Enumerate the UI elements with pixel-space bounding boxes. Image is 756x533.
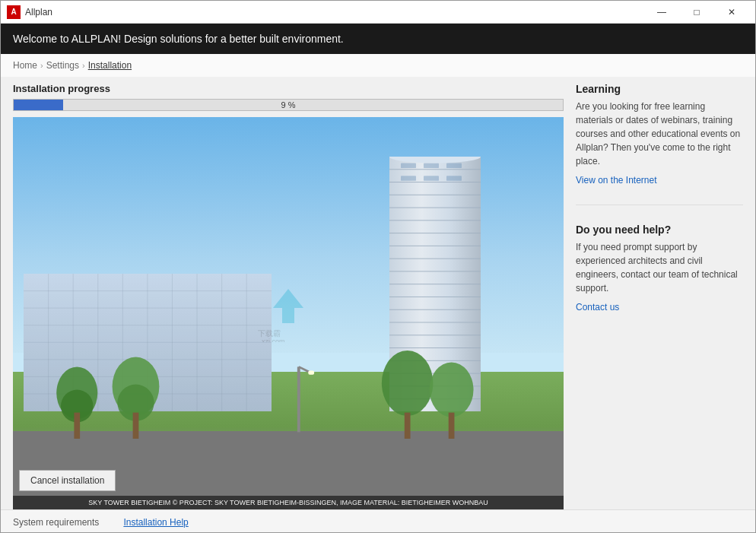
help-body: If you need prompt support by experience… xyxy=(576,240,743,295)
svg-rect-53 xyxy=(449,413,455,439)
help-title: Do you need help? xyxy=(576,224,743,236)
footer: System requirements Installation Help xyxy=(1,509,755,533)
building-image-area: 下载霸 xzj.com SKY TOWER BIETIGHEIM © PROJE… xyxy=(13,117,564,509)
svg-rect-39 xyxy=(446,163,462,168)
building-scene: 下载霸 xzj.com SKY TOWER BIETIGHEIM © PROJE… xyxy=(13,117,564,509)
svg-point-50 xyxy=(382,351,434,416)
cancel-installation-button[interactable]: Cancel installation xyxy=(19,470,116,491)
title-bar-left: A Allplan xyxy=(7,5,52,19)
svg-rect-42 xyxy=(446,176,462,181)
progress-bar-container: 9 % xyxy=(13,99,564,111)
image-caption: SKY TOWER BIETIGHEIM © PROJECT: SKY TOWE… xyxy=(13,496,564,509)
progress-text: 9 % xyxy=(281,100,296,109)
svg-rect-56 xyxy=(309,371,315,375)
app-logo: A xyxy=(7,5,21,19)
breadcrumb-home[interactable]: Home xyxy=(13,60,37,71)
cancel-btn-area: Cancel installation xyxy=(19,470,116,491)
learning-link[interactable]: View on the Internet xyxy=(576,175,657,186)
help-section: Do you need help? If you need prompt sup… xyxy=(576,224,743,313)
contact-us-link[interactable]: Contact us xyxy=(576,302,619,313)
system-requirements-link[interactable]: System requirements xyxy=(13,517,99,528)
progress-label: Installation progress xyxy=(13,83,564,94)
breadcrumb-sep-2: › xyxy=(82,61,85,70)
close-button[interactable]: ✕ xyxy=(714,1,749,24)
window-title: Allplan xyxy=(25,7,52,17)
learning-body: Are you looking for free learning materi… xyxy=(576,100,743,168)
progress-section: Installation progress 9 % xyxy=(13,77,564,117)
breadcrumb-sep-1: › xyxy=(40,61,43,70)
maximize-button[interactable]: □ xyxy=(679,1,714,24)
learning-section: Learning Are you looking for free learni… xyxy=(576,83,743,186)
svg-rect-41 xyxy=(424,176,439,181)
welcome-banner: Welcome to ALLPLAN! Design solutions for… xyxy=(1,24,755,54)
svg-text:xzj.com: xzj.com xyxy=(262,338,285,342)
progress-bar-fill xyxy=(14,100,63,110)
learning-title: Learning xyxy=(576,83,743,95)
installation-help-link[interactable]: Installation Help xyxy=(123,517,188,528)
welcome-text: Welcome to ALLPLAN! Design solutions for… xyxy=(13,33,344,45)
breadcrumb-current: Installation xyxy=(88,60,132,71)
svg-rect-40 xyxy=(401,176,416,181)
svg-rect-46 xyxy=(75,413,81,439)
svg-rect-49 xyxy=(133,413,139,439)
divider xyxy=(576,205,743,205)
watermark: 下载霸 xzj.com xyxy=(243,281,334,345)
breadcrumb: Home › Settings › Installation xyxy=(1,54,755,77)
title-bar-controls: — □ ✕ xyxy=(644,1,749,24)
title-bar: A Allplan — □ ✕ xyxy=(1,1,755,24)
svg-text:下载霸: 下载霸 xyxy=(258,329,281,338)
svg-rect-51 xyxy=(405,413,411,439)
svg-rect-37 xyxy=(401,163,416,168)
minimize-button[interactable]: — xyxy=(644,1,679,24)
svg-rect-38 xyxy=(424,163,439,168)
svg-rect-54 xyxy=(297,367,300,433)
main-container: Home › Settings › Installation Installat… xyxy=(1,54,755,509)
svg-marker-57 xyxy=(273,289,303,323)
breadcrumb-settings[interactable]: Settings xyxy=(46,60,79,71)
right-panel: Learning Are you looking for free learni… xyxy=(576,77,743,509)
trees-svg xyxy=(40,341,481,439)
left-panel: Installation progress 9 % xyxy=(13,77,564,509)
svg-point-52 xyxy=(430,363,474,417)
content-area: Installation progress 9 % xyxy=(1,77,755,509)
